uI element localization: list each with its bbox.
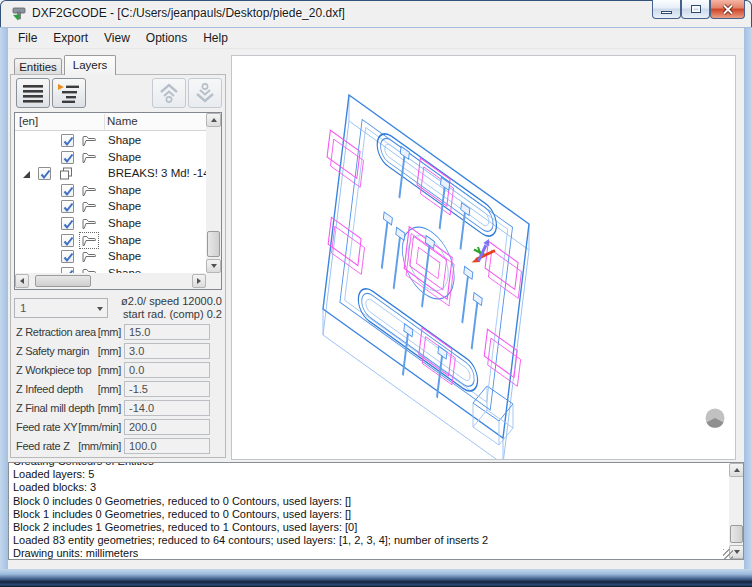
z-retraction-area-field[interactable]: 15.0 [124, 324, 210, 340]
tree-row-shape-5[interactable]: Shape [15, 216, 206, 232]
tree-column-en[interactable]: [en] [19, 115, 38, 127]
move-layer-down-button[interactable] [188, 78, 222, 108]
check-icon [39, 168, 52, 181]
menu-export[interactable]: Export [45, 28, 96, 49]
menu-bar: File Export View Options Help [8, 28, 744, 49]
resize-grip[interactable] [723, 549, 733, 559]
minimize-button[interactable] [652, 0, 681, 19]
tree-row-breaks-layer[interactable]: BREAKS! 3 Md! -14 [15, 166, 206, 182]
collapse-list-button[interactable] [16, 78, 50, 108]
tree-vscrollbar[interactable] [206, 113, 221, 273]
check-icon [62, 185, 75, 198]
tool-number-select[interactable]: 1 [14, 298, 108, 318]
tree-row-shape-8[interactable]: Shape [15, 266, 206, 273]
log-vscrollbar[interactable] [729, 463, 744, 559]
tree-row-label[interactable]: Shape [108, 217, 141, 229]
checkbox[interactable] [61, 234, 74, 247]
menu-file[interactable]: File [10, 28, 45, 49]
hscroll-thumb[interactable] [35, 275, 91, 287]
checkbox[interactable] [61, 200, 74, 213]
tree-row-label[interactable]: Shape [108, 184, 141, 196]
expander-triangle-icon[interactable] [23, 171, 30, 178]
tree-row-label[interactable]: Shape [108, 134, 141, 146]
expand-tree-button[interactable] [52, 78, 86, 108]
field-row-feed-xy: Feed rate XY[mm/min] 200.0 [16, 419, 222, 436]
scroll-up-button[interactable] [206, 113, 221, 127]
cad-viewport[interactable] [231, 55, 736, 460]
checkbox[interactable] [61, 184, 74, 197]
close-button[interactable] [710, 0, 745, 19]
field-label: Z Infeed depth [16, 383, 83, 395]
z-final-mill-depth-field[interactable]: -14.0 [124, 400, 210, 416]
z-safety-margin-field[interactable]: 3.0 [124, 343, 210, 359]
field-row-z-final: Z Final mill depth[mm] -14.0 [16, 400, 222, 417]
tree-column-name[interactable]: Name [107, 115, 138, 127]
field-unit: [mm] [98, 364, 121, 376]
tree-row-shape-7[interactable]: Shape [15, 249, 206, 265]
window-border-bottom [0, 569, 752, 587]
z-workpiece-top-field[interactable]: 0.0 [124, 362, 210, 378]
tree-row-shape-2[interactable]: Shape [15, 150, 206, 166]
check-icon [62, 152, 75, 165]
tree-header[interactable]: [en] Name [15, 113, 206, 131]
field-label: Z Workpiece top [16, 364, 91, 376]
field-row-feed-z: Feed rate Z[mm/min] 100.0 [16, 438, 222, 455]
wireframe-drawing [232, 56, 735, 459]
vscroll-thumb[interactable] [730, 525, 743, 543]
orbit-ball-icon [706, 409, 725, 428]
tree-row-shape-6-focused[interactable]: Shape [15, 233, 206, 249]
tree-row-shape-3[interactable]: Shape [15, 183, 206, 199]
tree-row-shape-1[interactable]: Shape [15, 133, 206, 149]
arrow-down-icon [734, 550, 740, 554]
tab-layers[interactable]: Layers [64, 55, 116, 75]
log-line: Block 0 includes 0 Geometries, reduced t… [13, 495, 743, 508]
tree-viewport: Shape Shape BREAKS! 3 Md! -14 Shape [15, 131, 206, 273]
checkbox[interactable] [61, 250, 74, 263]
checkbox[interactable] [38, 167, 51, 180]
tree-row-shape-4[interactable]: Shape [15, 199, 206, 215]
maximize-button[interactable] [681, 0, 710, 19]
checkbox[interactable] [61, 151, 74, 164]
scroll-left-button[interactable] [15, 274, 29, 288]
minimize-icon [661, 11, 672, 14]
checkbox[interactable] [61, 134, 74, 147]
tree-row-label[interactable]: Shape [108, 151, 141, 163]
tree-row-label[interactable]: BREAKS! 3 Md! -14 [108, 167, 206, 179]
field-label: Feed rate XY [16, 421, 77, 433]
app-window: DXF2GCODE - [C:/Users/jeanpauls/Desktop/… [0, 0, 752, 587]
tool-info-line2: start rad. (comp) 0.2 [96, 308, 222, 321]
title-bar[interactable]: DXF2GCODE - [C:/Users/jeanpauls/Desktop/… [0, 0, 752, 28]
check-icon [62, 235, 75, 248]
status-strip [8, 560, 744, 569]
menu-help[interactable]: Help [195, 28, 236, 49]
tree-row-label[interactable]: Shape [108, 234, 141, 246]
arrow-down-icon [211, 264, 217, 268]
vscroll-thumb[interactable] [207, 231, 220, 257]
window-title: DXF2GCODE - [C:/Users/jeanpauls/Desktop/… [32, 0, 345, 28]
move-layer-up-button[interactable] [152, 78, 186, 108]
feed-rate-xy-field[interactable]: 200.0 [124, 419, 210, 435]
scroll-down-button[interactable] [206, 259, 221, 273]
scroll-right-button[interactable] [192, 274, 206, 288]
checkbox[interactable] [61, 217, 74, 230]
scroll-up-button[interactable] [729, 463, 744, 477]
field-row-z-safety: Z Safety margin[mm] 3.0 [16, 343, 222, 360]
field-unit: [mm] [98, 383, 121, 395]
field-label: Z Final mill depth [16, 402, 94, 414]
maximize-icon [691, 5, 701, 13]
tab-entities[interactable]: Entities [14, 58, 62, 75]
message-log[interactable]: Creating Contours of Entities Loaded lay… [8, 462, 744, 560]
menu-options[interactable]: Options [138, 28, 195, 49]
tree-row-label[interactable]: Shape [108, 200, 141, 212]
tree-row-label[interactable]: Shape [108, 250, 141, 262]
move-up-icon [158, 82, 180, 104]
field-label: Z Safety margin [16, 345, 89, 357]
app-icon [11, 6, 27, 22]
tree-hscrollbar[interactable] [15, 273, 206, 289]
tree-column-divider[interactable] [104, 114, 105, 130]
feed-rate-z-field[interactable]: 100.0 [124, 438, 210, 454]
field-row-z-workpiece: Z Workpiece top[mm] 0.0 [16, 362, 222, 379]
z-infeed-depth-field[interactable]: -1.5 [124, 381, 210, 397]
tool-number-value: 1 [20, 302, 26, 314]
menu-view[interactable]: View [96, 28, 138, 49]
